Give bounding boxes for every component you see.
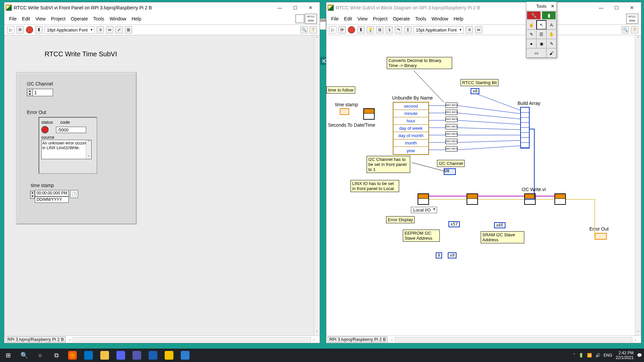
dec-bcd-node[interactable]: DEC·BCD — [445, 124, 458, 129]
rtcc-starting-bit-label[interactable]: RTCC Starting Bit — [461, 79, 498, 86]
coloring-tool-icon[interactable]: 🖌 — [546, 48, 556, 58]
menu-file[interactable]: File — [329, 15, 341, 22]
build-array-node[interactable] — [520, 107, 530, 148]
resize-button[interactable]: ⤢ — [115, 26, 123, 34]
error-display-label[interactable]: Error Display — [386, 216, 415, 223]
step-into-button[interactable]: ↴ — [385, 26, 393, 34]
abort-button[interactable] — [348, 26, 355, 34]
probe-tool-icon[interactable]: ◉ — [536, 39, 546, 48]
dec-bcd-node[interactable]: DEC·BCD — [445, 146, 458, 152]
retain-wire-values-button[interactable]: ⧉ — [376, 26, 383, 34]
i2c-channel-label[interactable]: I2C Channel — [437, 160, 465, 167]
eeprom-addr-label[interactable]: EEPROM I2C Slave Address — [403, 230, 440, 242]
scroll-tool-icon[interactable]: ✋ — [546, 29, 556, 39]
search-button[interactable]: 🔍 — [622, 26, 629, 34]
firefox-app-icon[interactable] — [64, 349, 80, 362]
linx-open-node[interactable] — [418, 193, 429, 205]
labview-app-icon[interactable] — [161, 349, 177, 362]
close-button[interactable]: ✕ — [303, 2, 318, 13]
breakpoint-tool-icon[interactable]: ● — [526, 39, 536, 48]
menu-file[interactable]: File — [7, 15, 19, 22]
highlight-execution-button[interactable]: 💡 — [367, 26, 374, 34]
dec-bcd-node[interactable]: DEC·BCD — [445, 139, 458, 144]
pause-button[interactable]: Ⅱ — [35, 26, 43, 34]
font-selector[interactable]: 18pt Application Font — [45, 26, 95, 34]
run-button[interactable]: ▷ — [329, 26, 336, 34]
spin-buttons[interactable]: ▲▼ — [27, 89, 33, 96]
minimize-button[interactable]: — — [272, 2, 287, 13]
error-code-field[interactable]: -5000 — [56, 127, 86, 133]
menu-project[interactable]: Project — [49, 15, 68, 22]
timestamp-time[interactable]: 00:00:00.000 PM — [35, 190, 69, 196]
battery-icon[interactable]: 🔋 — [579, 353, 584, 358]
minimize-button[interactable]: — — [593, 2, 609, 13]
foreground-color-tool-icon[interactable]: ▭ — [526, 48, 546, 58]
bd-titlebar[interactable]: RTCC Write SubVI.vi Block Diagram on RPi… — [326, 2, 641, 13]
distribute-button[interactable]: ⇔ — [106, 26, 113, 34]
unbundle-row[interactable]: second — [393, 103, 428, 110]
dec-bcd-node[interactable]: DEC·BCD — [445, 103, 458, 108]
run-button[interactable]: ▷ — [7, 26, 14, 34]
menu-edit[interactable]: Edit — [342, 15, 354, 22]
font-selector[interactable]: 15pt Application Font — [414, 26, 464, 34]
menu-help[interactable]: Help — [451, 15, 465, 22]
i2c-channel-control[interactable]: ▲▼ — [27, 89, 53, 96]
dec-bcd-node[interactable]: DEC·BCD — [445, 110, 458, 115]
maximize-button[interactable]: ☐ — [609, 2, 624, 13]
search-icon[interactable]: 🔍 — [16, 349, 32, 362]
help-button[interactable]: ? — [310, 26, 317, 34]
fp-vscrollbar[interactable]: ˄˅ — [314, 35, 320, 336]
run-continuously-button[interactable]: ⟳ — [338, 26, 346, 34]
cortana-icon[interactable]: ○ — [32, 349, 48, 362]
menu-tools[interactable]: Tools — [413, 15, 428, 22]
tools-palette-titlebar[interactable]: Tools ✕ — [526, 2, 556, 11]
menu-window[interactable]: Window — [430, 15, 450, 22]
language-indicator[interactable]: ENG — [604, 353, 612, 358]
start-button[interactable]: ⊞ — [0, 349, 16, 362]
fp-hscrollbar[interactable]: ‹› — [67, 337, 317, 342]
menu-project[interactable]: Project — [371, 15, 390, 22]
dec-bcd-node[interactable]: DEC·BCD — [445, 131, 458, 137]
menu-window[interactable]: Window — [108, 15, 128, 22]
taskbar-clock[interactable]: 2:42 PM 22/1/2021 — [616, 351, 634, 360]
linx-close-node[interactable] — [554, 193, 566, 205]
timestamp-spin[interactable]: ▲▼ — [30, 191, 35, 199]
error-out-terminal[interactable] — [595, 233, 607, 240]
calculator-app-icon[interactable] — [177, 349, 193, 362]
bd-context-path[interactable]: RPi 3.lvproj/Raspberry Pi 2 B — [328, 337, 387, 342]
task-view-icon[interactable]: ⧉ — [48, 349, 64, 362]
menu-tools[interactable]: Tools — [91, 15, 106, 22]
unbundle-row[interactable]: year — [393, 147, 428, 154]
fp-titlebar[interactable]: RTCC Write SubVI.vi Front Panel on RPi 3… — [4, 2, 320, 13]
linx-io-comment[interactable]: LINX IO has to be set in front panel to … — [351, 180, 399, 192]
pause-button[interactable]: Ⅱ — [357, 26, 365, 34]
bd-canvas[interactable]: Converts Decimal to Binary. Time -> Bina… — [326, 35, 635, 336]
run-continuously-button[interactable]: ⟳ — [16, 26, 24, 34]
dec-bcd-node[interactable]: DEC·BCD — [445, 117, 458, 122]
local-io-selector[interactable]: Local I/O — [411, 207, 437, 213]
text-tool-icon[interactable]: A — [546, 20, 556, 29]
i2c-write-node-2[interactable] — [524, 193, 536, 205]
source-scrollbar[interactable]: ˄˅ — [86, 140, 91, 159]
time-to-follow-label[interactable]: time to follow — [326, 86, 355, 94]
help-button[interactable]: ? — [631, 26, 638, 34]
tools-palette-window[interactable]: Tools ✕ 🔧 ▮ ☝ ↖ A ✎ ☰ ✋ ● ◉ ✎ ▭ 🖌 — [526, 2, 557, 58]
menu-edit[interactable]: Edit — [20, 15, 32, 22]
i2c-channel-input[interactable] — [33, 89, 53, 96]
seconds-to-datetime-node[interactable] — [363, 108, 375, 120]
search-button[interactable]: 🔍 — [300, 26, 308, 34]
bd-vscrollbar[interactable]: ˄˅ — [635, 35, 641, 336]
unbundle-row[interactable]: minute — [393, 110, 428, 117]
sram-addr-label[interactable]: SRAM I2C Slave Address — [481, 231, 524, 243]
action-center-icon[interactable]: 💬 — [637, 353, 642, 358]
i2c-channel-comment[interactable]: I2C Channel has to be set in front panel… — [367, 156, 410, 173]
menu-operate[interactable]: Operate — [391, 15, 412, 22]
convert-comment[interactable]: Converts Decimal to Binary. Time -> Bina… — [387, 57, 452, 69]
const-sram-addr[interactable]: x6F — [494, 222, 505, 228]
menu-view[interactable]: View — [356, 15, 370, 22]
timestamp-browse-icon[interactable]: 🕑 — [70, 190, 78, 198]
i2c-write-node-1[interactable] — [467, 193, 478, 205]
unbundle-row[interactable]: day of week — [393, 125, 428, 132]
timestamp-date[interactable]: DD/MM/YYYY — [35, 196, 69, 203]
vi-icon[interactable]: RTCC Write — [305, 14, 317, 24]
